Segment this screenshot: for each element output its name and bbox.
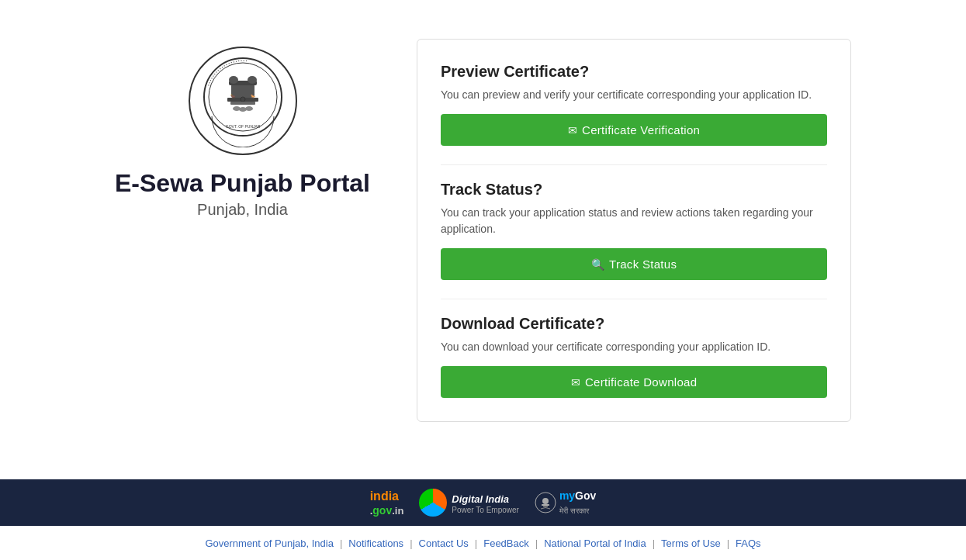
preview-certificate-desc: You can preview and verify your certific… [441, 87, 827, 103]
sep-2: | [410, 538, 412, 549]
right-panel: Preview Certificate? You can preview and… [417, 39, 851, 422]
footer-logos-bar: india .gov.in Digital India Power To Emp… [0, 479, 966, 526]
download-icon: ✉ [571, 376, 580, 389]
india-gov-badge[interactable]: india .gov.in [370, 489, 404, 517]
certificate-download-button[interactable]: ✉Certificate Download [441, 366, 827, 398]
svg-rect-10 [230, 102, 255, 105]
portal-title: E-Sewa Punjab Portal [115, 169, 370, 198]
footer-link-terms[interactable]: Terms of Use [661, 538, 721, 549]
track-status-title: Track Status? [441, 181, 827, 199]
footer-link-faqs[interactable]: FAQs [736, 538, 761, 549]
svg-text:🐎: 🐎 [251, 94, 256, 99]
download-certificate-desc: You can download your certificate corres… [441, 339, 827, 355]
svg-point-5 [248, 76, 257, 84]
svg-text:GOVT. OF PUNJAB: GOVT. OF PUNJAB [225, 124, 260, 129]
sep-4: | [535, 538, 538, 549]
footer-link-feedback[interactable]: FeedBack [483, 538, 529, 549]
verify-icon: ✉ [568, 124, 577, 137]
download-certificate-title: Download Certificate? [441, 315, 827, 333]
footer-link-notifications[interactable]: Notifications [348, 538, 403, 549]
left-panel: 🐂 🐎 GOVT. OF PUNJAB • • • • • • • • • • … [115, 31, 370, 219]
footer-link-national-portal[interactable]: National Portal of India [544, 538, 646, 549]
sep-3: | [475, 538, 477, 549]
svg-rect-18 [542, 504, 549, 506]
sep-5: | [653, 538, 655, 549]
download-certificate-section: Download Certificate? You can download y… [441, 315, 827, 398]
svg-point-17 [542, 498, 549, 504]
ashoka-small-icon [535, 492, 556, 513]
mygov-badge[interactable]: myGov मेरी सरकार [535, 489, 596, 517]
digital-india-icon [419, 489, 447, 517]
preview-certificate-section: Preview Certificate? You can preview and… [441, 63, 827, 146]
india-gov-logo: india .gov.in [370, 489, 404, 517]
svg-text:🐂: 🐂 [230, 94, 236, 99]
digital-india-badge[interactable]: Digital India Power To Empower [419, 489, 519, 517]
portal-subtitle: Punjab, India [197, 201, 288, 219]
logo-emblem: 🐂 🐎 GOVT. OF PUNJAB • • • • • • • • • • … [189, 47, 297, 155]
digital-india-text: Digital India Power To Empower [452, 492, 519, 514]
track-status-desc: You can track your application status an… [441, 205, 827, 237]
svg-point-13 [245, 106, 253, 111]
sep-6: | [727, 538, 729, 549]
certificate-verification-button[interactable]: ✉Certificate Verification [441, 114, 827, 146]
svg-point-4 [229, 76, 238, 84]
mygov-text-block: myGov मेरी सरकार [559, 489, 596, 517]
svg-rect-19 [543, 506, 548, 507]
sep-1: | [340, 538, 342, 549]
ashoka-emblem-svg: 🐂 🐎 GOVT. OF PUNJAB • • • • • • • • • • … [196, 54, 289, 147]
footer-links-bar: Government of Punjab, India | Notificati… [0, 526, 966, 560]
search-icon: 🔍 [591, 258, 604, 271]
footer-link-gov-punjab[interactable]: Government of Punjab, India [205, 538, 334, 549]
preview-certificate-title: Preview Certificate? [441, 63, 827, 81]
divider-1 [441, 164, 827, 165]
main-content: 🐂 🐎 GOVT. OF PUNJAB • • • • • • • • • • … [0, 0, 966, 479]
footer-link-contact[interactable]: Contact Us [419, 538, 469, 549]
divider-2 [441, 299, 827, 299]
track-status-section: Track Status? You can track your applica… [441, 181, 827, 280]
track-status-button[interactable]: 🔍Track Status [441, 248, 827, 280]
